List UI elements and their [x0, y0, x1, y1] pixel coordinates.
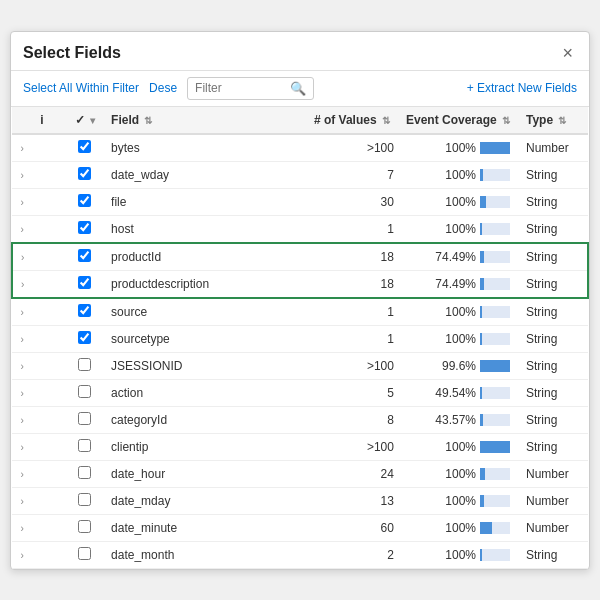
col-coverage[interactable]: Event Coverage ⇅: [398, 107, 518, 134]
row-checkbox[interactable]: [78, 520, 91, 533]
extract-new-fields-button[interactable]: + Extract New Fields: [467, 81, 577, 95]
table-row: › action 5 49.54% String: [12, 379, 588, 406]
row-checkbox-cell[interactable]: [67, 433, 103, 460]
row-checkbox-cell[interactable]: [67, 352, 103, 379]
expand-arrow-icon: ›: [21, 334, 24, 345]
expand-arrow-icon: ›: [21, 442, 24, 453]
row-coverage-bar-fill: [480, 169, 483, 181]
row-checkbox-cell[interactable]: [67, 243, 103, 271]
row-checkbox[interactable]: [78, 493, 91, 506]
table-row: › host 1 100% String: [12, 215, 588, 243]
expand-arrow-icon: ›: [21, 469, 24, 480]
col-field[interactable]: Field ⇅: [103, 107, 306, 134]
row-expand[interactable]: ›: [12, 134, 32, 162]
values-sort-arrow: ⇅: [382, 115, 390, 126]
row-checkbox[interactable]: [78, 140, 91, 153]
row-checkbox-cell[interactable]: [67, 161, 103, 188]
row-checkbox-cell[interactable]: [67, 379, 103, 406]
row-field-name: bytes: [103, 134, 306, 162]
row-checkbox-cell[interactable]: [67, 487, 103, 514]
row-coverage-bar: [480, 169, 510, 181]
row-info: [32, 134, 66, 162]
row-values: >100: [306, 352, 398, 379]
row-expand[interactable]: ›: [12, 406, 32, 433]
row-expand[interactable]: ›: [12, 325, 32, 352]
dialog-title: Select Fields: [23, 44, 121, 62]
row-coverage: 100%: [398, 188, 518, 215]
table-row: › source 1 100% String: [12, 298, 588, 326]
row-checkbox[interactable]: [78, 167, 91, 180]
row-expand[interactable]: ›: [12, 487, 32, 514]
row-expand[interactable]: ›: [12, 298, 32, 326]
deselect-button[interactable]: Dese: [149, 81, 177, 95]
col-expand: [12, 107, 32, 134]
row-checkbox[interactable]: [78, 358, 91, 371]
row-expand[interactable]: ›: [12, 352, 32, 379]
row-checkbox-cell[interactable]: [67, 325, 103, 352]
row-expand[interactable]: ›: [12, 188, 32, 215]
row-checkbox-cell[interactable]: [67, 215, 103, 243]
row-checkbox[interactable]: [78, 194, 91, 207]
row-checkbox-cell[interactable]: [67, 188, 103, 215]
row-checkbox[interactable]: [78, 439, 91, 452]
table-row: › productId 18 74.49% String: [12, 243, 588, 271]
row-field-name: date_mday: [103, 487, 306, 514]
row-coverage-text: 100%: [434, 222, 476, 236]
row-coverage: 100%: [398, 433, 518, 460]
col-selected[interactable]: ✓ ▾: [67, 107, 103, 134]
row-checkbox[interactable]: [78, 276, 91, 289]
row-coverage-bar-fill: [480, 387, 482, 399]
row-checkbox-cell[interactable]: [67, 134, 103, 162]
close-button[interactable]: ×: [558, 42, 577, 64]
row-checkbox-cell[interactable]: [67, 514, 103, 541]
row-coverage-bar: [480, 549, 510, 561]
row-checkbox[interactable]: [78, 412, 91, 425]
row-expand[interactable]: ›: [12, 243, 32, 271]
table-row: › bytes >100 100% Number: [12, 134, 588, 162]
row-checkbox[interactable]: [78, 221, 91, 234]
row-coverage-bar: [480, 333, 510, 345]
row-expand[interactable]: ›: [12, 460, 32, 487]
row-checkbox-cell[interactable]: [67, 298, 103, 326]
row-checkbox[interactable]: [78, 331, 91, 344]
row-coverage-bar-fill: [480, 142, 510, 154]
row-checkbox-cell[interactable]: [67, 460, 103, 487]
row-expand[interactable]: ›: [12, 379, 32, 406]
row-coverage-text: 100%: [434, 141, 476, 155]
row-checkbox-cell[interactable]: [67, 541, 103, 568]
row-coverage-bar: [480, 223, 510, 235]
row-checkbox[interactable]: [78, 249, 91, 262]
select-fields-dialog: Select Fields × Select All Within Filter…: [10, 31, 590, 570]
row-checkbox[interactable]: [78, 547, 91, 560]
row-expand[interactable]: ›: [12, 215, 32, 243]
row-checkbox[interactable]: [78, 466, 91, 479]
row-values: 13: [306, 487, 398, 514]
row-coverage-bar: [480, 306, 510, 318]
filter-input[interactable]: [195, 81, 285, 95]
row-values: 8: [306, 406, 398, 433]
row-coverage: 100%: [398, 460, 518, 487]
row-coverage-bar: [480, 414, 510, 426]
row-checkbox-cell[interactable]: [67, 406, 103, 433]
row-expand[interactable]: ›: [12, 541, 32, 568]
row-expand[interactable]: ›: [12, 433, 32, 460]
select-all-button[interactable]: Select All Within Filter: [23, 81, 139, 95]
row-checkbox[interactable]: [78, 385, 91, 398]
row-coverage: 100%: [398, 487, 518, 514]
row-checkbox[interactable]: [78, 304, 91, 317]
row-coverage-text: 100%: [434, 494, 476, 508]
row-info: [32, 514, 66, 541]
row-checkbox-cell[interactable]: [67, 270, 103, 298]
row-expand[interactable]: ›: [12, 161, 32, 188]
col-values[interactable]: # of Values ⇅: [306, 107, 398, 134]
col-type[interactable]: Type ⇅: [518, 107, 588, 134]
row-field-name: clientip: [103, 433, 306, 460]
row-expand[interactable]: ›: [12, 514, 32, 541]
row-expand[interactable]: ›: [12, 270, 32, 298]
row-coverage-text: 49.54%: [434, 386, 476, 400]
row-type: String: [518, 270, 588, 298]
row-coverage-text: 74.49%: [434, 277, 476, 291]
row-type: String: [518, 161, 588, 188]
row-coverage-bar-fill: [480, 360, 510, 372]
row-coverage-text: 99.6%: [434, 359, 476, 373]
